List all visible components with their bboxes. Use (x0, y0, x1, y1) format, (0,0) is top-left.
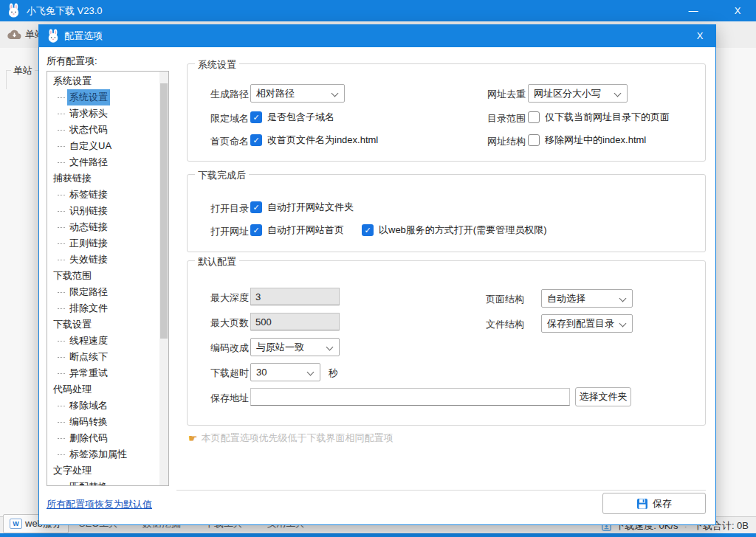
tree-item[interactable]: 限定路径 (47, 284, 159, 300)
tree-item[interactable]: 匹配替换 (47, 479, 159, 486)
max-depth-input[interactable] (250, 288, 340, 305)
tree-item[interactable]: 状态代码 (47, 122, 159, 138)
tree-item[interactable]: 移除域名 (47, 398, 159, 414)
tree-item[interactable]: 异常重试 (47, 365, 159, 381)
home-naming-checkbox[interactable] (250, 134, 262, 146)
open-dir-checkbox[interactable] (250, 201, 262, 213)
config-options-dialog: 配置选项 X 所有配置项: 系统设置系统设置请求标头状态代码自定义UA文件路径捕… (38, 24, 716, 525)
tree-group[interactable]: 系统设置 (47, 73, 159, 89)
domain-label: 限定域名 (210, 112, 249, 125)
save-path-input[interactable] (250, 388, 570, 406)
url-dedup-select[interactable]: 网址区分大小写 (528, 84, 628, 103)
tree-label: 所有配置项: (47, 55, 97, 68)
tree-item[interactable]: 线程速度 (47, 333, 159, 349)
tree-branch-line (58, 373, 65, 374)
url-dedup-label: 网址去重 (487, 88, 526, 101)
minimize-button[interactable]: — (681, 0, 706, 21)
tree-group[interactable]: 下载设置 (47, 316, 159, 333)
tree-branch-line (58, 260, 65, 260)
url-struct-label: 网址结构 (487, 135, 526, 148)
tree-item-label: 标签链接 (67, 187, 110, 203)
section-title: 系统设置 (195, 58, 239, 72)
tree-item-label: 文件路径 (67, 154, 110, 170)
subdomain-checkbox[interactable] (250, 111, 262, 123)
tree-branch-line (58, 438, 65, 439)
tree-item[interactable]: 系统设置 (47, 89, 159, 105)
file-struct-select[interactable]: 保存到配置目录 (541, 314, 633, 333)
dir-scope-checkbox[interactable] (528, 111, 540, 123)
web-serve-checkbox[interactable] (362, 224, 374, 236)
tree-item-label: 线程速度 (67, 333, 110, 349)
app-window: 小飞兔下载 V23.0 — X 单站 单站 W web服务 SEO工具·数据挖掘… (0, 0, 756, 537)
tree-scrollbar-thumb[interactable] (160, 83, 168, 339)
tree-item[interactable]: 请求标头 (47, 105, 159, 122)
tree-item[interactable]: 删除代码 (47, 430, 159, 446)
open-url-label: 打开网址 (210, 225, 249, 238)
single-site-groupbox: 单站 (6, 70, 40, 89)
tree-branch-line (58, 146, 65, 147)
tree-branch-line (58, 114, 65, 114)
encoding-select[interactable]: 与原站一致 (250, 338, 340, 356)
web-serve-checkbox-row: 以web服务的方式打开(需要管理员权限) (362, 224, 547, 237)
tree-group[interactable]: 代码处理 (47, 381, 159, 398)
tree-item-label: 状态代码 (67, 122, 110, 138)
tree-item-label: 失效链接 (67, 252, 110, 268)
tree-item[interactable]: 标签添加属性 (47, 446, 159, 462)
tree-scrollbar[interactable] (159, 72, 168, 485)
chevron-down-icon (307, 369, 315, 376)
choose-folder-button[interactable]: 选择文件夹 (575, 387, 631, 406)
section-default-config: 默认配置 最大深度 页面结构 自动选择 最大页数 文件结构 保存到配置目录 编码… (187, 260, 706, 426)
tree-item[interactable]: 动态链接 (47, 219, 159, 235)
encoding-label: 编码改成 (210, 342, 249, 355)
max-pages-input[interactable] (250, 313, 340, 330)
tree-item-label: 编码转换 (67, 414, 110, 430)
url-struct-checkbox-row: 移除网址中的index.html (528, 134, 646, 147)
dialog-titlebar[interactable]: 配置选项 X (39, 25, 715, 47)
tree-item[interactable]: 断点续下 (47, 349, 159, 365)
open-url-checkbox[interactable] (250, 224, 262, 236)
tree-group[interactable]: 捕获链接 (47, 170, 159, 187)
save-button[interactable]: 保存 (602, 493, 706, 514)
section-title: 默认配置 (195, 255, 239, 268)
restore-defaults-link[interactable]: 所有配置项恢复为默认值 (47, 498, 152, 511)
url-struct-checkbox[interactable] (528, 134, 540, 146)
gen-path-select[interactable]: 相对路径 (250, 84, 345, 103)
tree-item-label: 标签添加属性 (67, 446, 129, 462)
tree-item[interactable]: 识别链接 (47, 203, 159, 219)
tree-item-label: 正则链接 (67, 235, 110, 252)
single-site-group-label: 单站 (11, 64, 35, 77)
tree-branch-line (58, 97, 65, 98)
dialog-rabbit-icon (46, 29, 61, 46)
dialog-close-button[interactable]: X (690, 25, 709, 47)
tree-item[interactable]: 标签链接 (47, 187, 159, 203)
tree-group[interactable]: 下载范围 (47, 268, 159, 284)
close-button[interactable]: X (725, 0, 750, 21)
tree-item-label: 排除文件 (67, 300, 110, 316)
tree-item[interactable]: 编码转换 (47, 414, 159, 430)
timeout-unit: 秒 (329, 367, 338, 380)
window-border (0, 533, 756, 537)
app-title: 小飞兔下载 V23.0 (27, 0, 103, 21)
tree-item[interactable]: 正则链接 (47, 235, 159, 252)
tree-branch-line (58, 292, 65, 293)
floppy-save-icon (636, 498, 648, 510)
home-naming-checkbox-row: 改首页文件名为index.html (250, 134, 378, 147)
timeout-select[interactable]: 30 (250, 363, 320, 381)
tree-item-label: 匹配替换 (67, 479, 110, 486)
save-path-label: 保存地址 (210, 392, 249, 405)
tree-branch-line (58, 162, 65, 163)
home-naming-label: 首页命名 (210, 135, 249, 148)
dir-scope-label: 目录范围 (487, 112, 526, 125)
tree-branch-line (58, 195, 65, 195)
page-struct-select[interactable]: 自动选择 (541, 289, 633, 308)
tree-item[interactable]: 文件路径 (47, 154, 159, 170)
tree-item[interactable]: 自定义UA (47, 138, 159, 154)
chevron-down-icon (614, 90, 622, 97)
tree-group[interactable]: 文字处理 (47, 462, 159, 479)
subdomain-checkbox-row: 是否包含子域名 (250, 111, 334, 124)
tree-item[interactable]: 排除文件 (47, 300, 159, 316)
tree-item-label: 识别链接 (67, 203, 110, 219)
chevron-down-icon (619, 320, 627, 328)
tree-item[interactable]: 失效链接 (47, 252, 159, 268)
tree-item-label: 自定义UA (67, 138, 114, 154)
